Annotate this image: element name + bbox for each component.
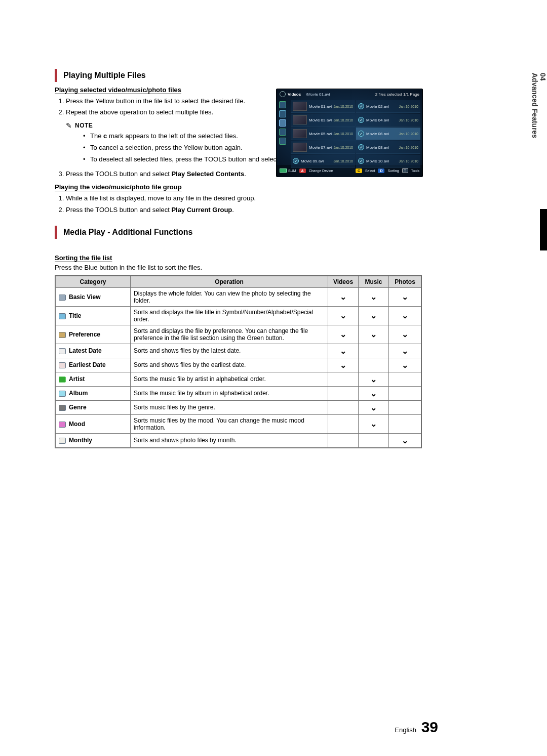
support-cell: ⌄ xyxy=(328,325,359,344)
category-cell: Genre xyxy=(56,400,131,414)
operation-cell: Displays the whole folder. You can view … xyxy=(131,287,328,306)
file-cell: ✓Movie 02.aviJan.10.2010 xyxy=(356,100,420,113)
category-icon xyxy=(59,332,66,338)
heading-additional-functions: Media Play - Additional Functions xyxy=(55,226,422,239)
heading-text: Playing Multiple Files xyxy=(63,69,146,82)
support-cell xyxy=(328,372,359,386)
file-name: Movie 02.avi xyxy=(366,104,399,109)
operation-cell: Sorts and displays the file by preferenc… xyxy=(131,325,328,344)
table-row: PreferenceSorts and displays the file by… xyxy=(56,325,421,344)
thumbnail-icon xyxy=(293,129,307,138)
btn-a-label: Change Device xyxy=(309,169,333,173)
support-cell: ⌄ xyxy=(359,287,389,306)
selected-check-icon: ✓ xyxy=(358,144,364,150)
footer-lang: English xyxy=(395,726,416,734)
file-date: Jan.10.2010 xyxy=(399,146,418,149)
check-icon: ⌄ xyxy=(370,389,377,398)
btn-tools-label: Tools xyxy=(411,169,419,173)
s3c: . xyxy=(244,170,246,178)
support-cell xyxy=(328,414,359,433)
file-cell: ✓Movie 09.aviJan.10.2010 xyxy=(291,155,355,167)
file-cell: ✓Movie 04.aviJan.10.2010 xyxy=(356,114,420,127)
check-icon: ⌄ xyxy=(370,292,377,302)
sum-device: SUM xyxy=(280,169,296,173)
side-icon xyxy=(279,110,286,117)
shot-status: 2 files selected 1/1 Page xyxy=(375,92,419,97)
category-cell: Basic View xyxy=(56,287,131,306)
check-icon: ⌄ xyxy=(340,292,346,302)
category-icon xyxy=(59,348,66,354)
file-cell: Movie 03.aviJan.10.2010 xyxy=(291,114,355,127)
file-cell: ✓Movie 06.aviJan.10.2010 xyxy=(356,128,420,140)
side-icon xyxy=(279,129,286,136)
usb-icon xyxy=(280,169,287,173)
shot-section-label: Videos xyxy=(288,92,301,97)
table-header-row: Category Operation Videos Music Photos xyxy=(56,276,421,287)
step-2-1: While a file list is displayed, move to … xyxy=(66,193,422,204)
category-name: Earliest Date xyxy=(69,361,106,368)
thumbnail-icon xyxy=(293,115,307,124)
side-icon xyxy=(279,119,286,127)
file-date: Jan.10.2010 xyxy=(399,105,418,108)
heading-text: Media Play - Additional Functions xyxy=(63,226,192,239)
file-name: Movie 01.avi xyxy=(309,104,333,109)
table-row: Earliest DateSorts and shows files by th… xyxy=(56,358,421,372)
sort-table: Category Operation Videos Music Photos B… xyxy=(55,275,422,448)
file-cell: ✓Movie 08.aviJan.10.2010 xyxy=(356,141,420,154)
support-cell: ⌄ xyxy=(328,358,359,372)
support-cell: ⌄ xyxy=(359,400,389,414)
shot-body: Movie 01.aviJan.10.2010✓Movie 02.aviJan.… xyxy=(277,99,422,165)
category-icon xyxy=(59,405,66,411)
category-name: Artist xyxy=(69,375,85,383)
category-cell: Artist xyxy=(56,372,131,386)
shot-file-grid: Movie 01.aviJan.10.2010✓Movie 02.aviJan.… xyxy=(289,99,422,165)
steps-list-2: While a file list is displayed, move to … xyxy=(55,193,422,216)
note-1b: mark appears to the left of the selected… xyxy=(109,132,238,140)
file-date: Jan.10.2010 xyxy=(333,118,353,122)
support-cell: ⌄ xyxy=(389,433,421,447)
file-date: Jan.10.2010 xyxy=(333,132,353,136)
btn-c-label: Select xyxy=(365,169,375,173)
support-cell: ⌄ xyxy=(389,306,421,325)
table-row: MonthlySorts and shows photo files by mo… xyxy=(56,433,421,447)
file-date: Jan.10.2010 xyxy=(399,132,418,136)
th-music: Music xyxy=(359,276,389,287)
operation-cell: Sorts and shows photo files by month. xyxy=(131,433,328,447)
check-icon: ⌄ xyxy=(370,403,377,412)
operation-cell: Sorts and displays the file title in Sym… xyxy=(131,306,328,325)
support-cell xyxy=(328,433,359,447)
table-row: AlbumSorts the music file by album in al… xyxy=(56,386,421,400)
selected-check-icon: ✓ xyxy=(293,158,299,164)
category-name: Monthly xyxy=(69,437,92,444)
shot-path: /Movie 01.avi xyxy=(306,92,330,97)
support-cell: ⌄ xyxy=(389,344,421,358)
check-mark-icon: c xyxy=(103,132,107,140)
category-cell: Preference xyxy=(56,325,131,344)
step-2-2: Press the TOOLS button and select Play C… xyxy=(66,204,422,216)
category-name: Album xyxy=(69,390,88,397)
category-icon xyxy=(59,362,66,368)
check-icon: ⌄ xyxy=(402,436,408,445)
table-row: TitleSorts and displays the file title i… xyxy=(56,306,421,325)
support-cell: ⌄ xyxy=(359,306,389,325)
category-name: Mood xyxy=(69,421,85,428)
btn-d-blue: D xyxy=(378,169,384,173)
thumbnail-icon xyxy=(293,102,307,111)
note-1a: The xyxy=(90,132,103,140)
shot-topbar: Videos /Movie 01.avi 2 files selected 1/… xyxy=(277,89,422,99)
support-cell: ⌄ xyxy=(389,358,421,372)
th-operation: Operation xyxy=(131,276,328,287)
subhead-sorting: Sorting the file list xyxy=(55,254,422,262)
heading-playing-multiple: Playing Multiple Files xyxy=(55,69,422,82)
support-cell: ⌄ xyxy=(359,325,389,344)
check-icon: ⌄ xyxy=(340,329,346,339)
selected-check-icon: ✓ xyxy=(358,103,364,109)
heading-accent-icon xyxy=(55,226,57,239)
side-black-marker xyxy=(540,209,547,250)
support-cell: ⌄ xyxy=(328,287,359,306)
support-cell: ⌄ xyxy=(389,325,421,344)
category-name: Basic View xyxy=(69,293,100,301)
selected-check-icon: ✓ xyxy=(358,158,364,164)
check-icon: ⌄ xyxy=(402,360,408,370)
check-icon: ⌄ xyxy=(370,419,377,429)
